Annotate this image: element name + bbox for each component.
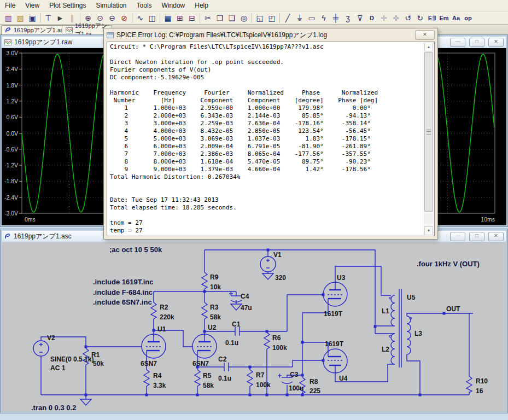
tube-U1[interactable] (142, 334, 166, 358)
run-icon[interactable]: ► (54, 13, 66, 24)
drag-icon[interactable]: ✜ (390, 13, 402, 24)
scrollbar-up-arrow[interactable]: ▲ (424, 43, 433, 51)
ground-c4[interactable] (231, 304, 242, 310)
spice-directive-icon[interactable]: op (462, 13, 474, 24)
text-icon[interactable]: Aa (450, 13, 462, 24)
label-r10-name: R10 (476, 377, 488, 385)
diode-icon[interactable]: ⊽ (354, 13, 366, 24)
schematic-minimize-button[interactable]: — (450, 232, 465, 241)
tube-U3[interactable] (323, 282, 347, 306)
cascade-windows-icon[interactable]: ⊞ (174, 13, 186, 24)
label-l1-name: L1 (382, 307, 389, 315)
capacitor-icon[interactable]: ╪ (330, 13, 342, 24)
label-r8-value: 225 (310, 387, 320, 395)
resistor-R7[interactable] (247, 370, 253, 386)
resistor-R10[interactable] (466, 376, 472, 393)
label-c2-value: 0.1u (218, 375, 231, 382)
component-icon[interactable]: D (366, 13, 378, 24)
tube-U4[interactable] (323, 349, 347, 373)
new-schematic-icon[interactable]: ▥ (2, 13, 14, 24)
label-r7-name: R7 (256, 371, 265, 379)
capacitor-C1[interactable] (235, 327, 240, 336)
plot-settings-icon[interactable]: ◫ (146, 13, 158, 24)
scrollbar-thumb[interactable] (424, 52, 433, 212)
resistor-R4[interactable] (144, 370, 149, 386)
move-icon[interactable]: ✛ (378, 13, 390, 24)
menu-item-simulation[interactable]: Simulation (91, 1, 132, 10)
toolbar-separator (160, 13, 160, 23)
control-panel-icon[interactable]: ⊤ (42, 13, 54, 24)
tab-windows-icon[interactable]: ⊟ (186, 13, 198, 24)
schematic-close-button[interactable]: ✕ (488, 232, 504, 241)
voltage-source-V1[interactable] (260, 256, 276, 272)
save-icon[interactable]: ▣ (26, 13, 38, 24)
label-r6-value: 100k (272, 344, 287, 352)
menu-item-tools[interactable]: Tools (132, 1, 157, 10)
waveform-file-icon (66, 27, 73, 33)
resistor-R3[interactable] (202, 302, 207, 319)
wire-icon[interactable]: ╱ (282, 13, 294, 24)
wire-input[interactable] (41, 337, 142, 348)
label-r9-name: R9 (210, 273, 219, 281)
redo-icon[interactable]: ↻ (414, 13, 426, 24)
wire-primary-leads[interactable] (375, 326, 395, 334)
waveform-restore-button[interactable]: □ (469, 38, 484, 47)
spice-error-log-text: Circuit: * C:\Program Files\LTC\LTspiceI… (107, 42, 434, 236)
inductor-icon[interactable]: ʒ (342, 13, 354, 24)
label-u1-name: U1 (157, 325, 166, 333)
resistor-icon[interactable]: ϟ (318, 13, 330, 24)
schematic-restore-button[interactable]: □ (469, 232, 484, 241)
tab-schematic[interactable]: 1619ppアンプ1.asc (1, 25, 71, 34)
ground-main[interactable] (80, 399, 91, 405)
y-tick-label: 1.2V (6, 98, 18, 104)
log-scrollbar[interactable]: ▲ ▼ (424, 43, 434, 235)
ground-v1[interactable] (262, 273, 273, 279)
resistor-R5[interactable] (195, 370, 200, 386)
menu-item-plot-settings[interactable]: Plot Settings (44, 1, 91, 10)
label-r10-value: 16 (476, 387, 483, 395)
wire-c2-line[interactable] (197, 360, 323, 367)
label-v1-value: 320 (275, 274, 286, 282)
undo-icon[interactable]: ↺ (402, 13, 414, 24)
spice-error-log-close-button[interactable]: ✕ (415, 30, 435, 40)
find-icon[interactable]: ◎ (238, 13, 250, 24)
waveform-minimize-button[interactable]: — (450, 38, 465, 47)
open-icon[interactable]: ▨ (14, 13, 26, 24)
label-net-icon[interactable]: ▭ (306, 13, 318, 24)
autorange-y-icon[interactable]: ∿ (134, 13, 146, 24)
print-icon[interactable]: ◰ (266, 13, 278, 24)
menu-item-help[interactable]: Help (190, 1, 213, 10)
tab-schematic-label: 1619ppアンプ1.asc (14, 26, 67, 34)
mirror-icon[interactable]: Em (438, 13, 450, 24)
toolbar-separator (80, 13, 80, 23)
menu-item-window[interactable]: Window (157, 1, 190, 10)
ground-icon[interactable]: ⏚ (294, 13, 306, 24)
inductor-L1[interactable] (391, 295, 395, 326)
rotate-icon[interactable]: E∃ (426, 13, 438, 24)
paste-icon[interactable]: ❏ (226, 13, 238, 24)
label-c3-value: 100u (289, 384, 303, 392)
wire-ground-rail[interactable] (41, 356, 469, 395)
spice-error-log-title: SPICE Error Log: C:¥Program Files¥LTC¥LT… (116, 31, 412, 40)
scrollbar-down-arrow[interactable]: ▼ (424, 226, 433, 235)
print-preview-icon[interactable]: ◱ (254, 13, 266, 24)
menu-item-view[interactable]: View (20, 1, 44, 10)
voltage-source-V2[interactable] (33, 341, 49, 356)
tube-U2[interactable] (192, 334, 217, 358)
directive-include-f684: .include F-684.inc (93, 288, 153, 296)
cut-icon[interactable]: ✂ (202, 13, 214, 24)
menu-item-file[interactable]: File (0, 1, 20, 10)
resistor-R9[interactable] (202, 272, 207, 289)
resistor-R6[interactable] (264, 332, 270, 349)
capacitor-C2[interactable] (224, 363, 229, 371)
spice-error-log-titlebar[interactable]: SPICE Error Log: C:¥Program Files¥LTC¥LT… (104, 28, 437, 42)
copy-icon[interactable]: ❐ (214, 13, 226, 24)
y-tick-label: -1.8V (4, 178, 18, 184)
zoom-full-extents-icon[interactable]: ⊘ (118, 13, 130, 24)
inductor-L2[interactable] (391, 334, 395, 364)
tile-windows-icon[interactable]: ▦ (162, 13, 174, 24)
wire-secondary[interactable] (407, 313, 473, 395)
waveform-close-button[interactable]: ✕ (488, 38, 504, 47)
schematic-canvas[interactable]: ;ac oct 10 5 50k .include 1619T.inc .inc… (2, 242, 506, 412)
inductor-L3[interactable] (407, 316, 411, 354)
